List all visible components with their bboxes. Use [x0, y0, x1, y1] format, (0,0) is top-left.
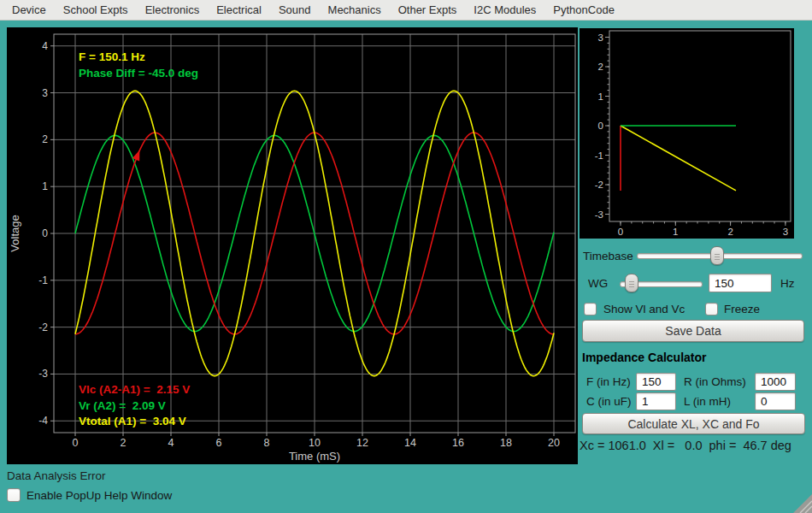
svg-text:12: 12 — [356, 437, 368, 449]
menu-item-electrical[interactable]: Electrical — [208, 0, 270, 20]
svg-text:1: 1 — [42, 180, 48, 192]
menu-item-sound[interactable]: Sound — [270, 0, 320, 20]
svg-text:4: 4 — [42, 40, 48, 52]
freeze-label: Freeze — [724, 303, 760, 315]
menu-item-device[interactable]: Device — [3, 0, 55, 20]
impedance-calculator-title: Impedance Calculator — [582, 351, 707, 364]
svg-text:1: 1 — [673, 227, 678, 237]
svg-text:Time (mS): Time (mS) — [289, 450, 340, 463]
svg-text:2: 2 — [121, 437, 127, 449]
save-data-button[interactable]: Save Data — [582, 320, 804, 342]
timebase-slider-handle[interactable] — [710, 246, 724, 265]
svg-text:Voltage: Voltage — [9, 215, 21, 251]
svg-text:18: 18 — [500, 437, 512, 449]
svg-text:Phase Diff = -45.0 deg: Phase Diff = -45.0 deg — [79, 67, 198, 80]
svg-text:Vlc (A2-A1) = 2.15 V: Vlc (A2-A1) = 2.15 V — [79, 383, 190, 396]
wg-label: WG — [588, 277, 608, 290]
wg-slider-handle[interactable] — [625, 274, 638, 292]
svg-text:4: 4 — [168, 437, 174, 449]
show-vl-vc-checkbox[interactable] — [584, 303, 597, 315]
menu-item-electronics[interactable]: Electronics — [137, 0, 209, 20]
svg-text:6: 6 — [216, 437, 222, 449]
l-in-mh-label: L (in mH) — [684, 395, 731, 408]
impedance-result-text: Xc = 1061.0 Xl = 0.0 phi = 46.7 deg — [580, 439, 791, 452]
c-in-uf-input[interactable] — [636, 392, 676, 410]
svg-text:14: 14 — [404, 437, 416, 449]
svg-text:2: 2 — [727, 227, 733, 237]
wg-frequency-input[interactable] — [709, 274, 772, 292]
menubar: DeviceSchool ExptsElectronicsElectricalS… — [0, 0, 812, 21]
svg-text:Vr (A2) = 2.09 V: Vr (A2) = 2.09 V — [79, 399, 166, 412]
svg-text:-1: -1 — [595, 150, 603, 161]
phasor-plot: 0123-3-2-10123 — [580, 28, 794, 239]
svg-text:10: 10 — [309, 437, 321, 449]
svg-text:0: 0 — [73, 437, 79, 449]
svg-text:-3: -3 — [595, 209, 603, 220]
r-in-ohms-label: R (in Ohms) — [684, 375, 746, 388]
svg-text:2: 2 — [598, 62, 603, 72]
svg-text:8: 8 — [264, 437, 270, 449]
svg-text:Vtotal (A1) = 3.04 V: Vtotal (A1) = 3.04 V — [79, 415, 186, 428]
svg-text:-3: -3 — [38, 368, 48, 380]
enable-popup-help-label: Enable PopUp Help Window — [26, 489, 172, 502]
svg-text:20: 20 — [548, 437, 560, 449]
timebase-label: Timebase — [583, 250, 633, 262]
l-in-mh-input[interactable] — [755, 392, 796, 410]
menu-item-pythoncode[interactable]: PythonCode — [544, 0, 623, 20]
main-oscilloscope-plot: 02468101214161820-4-3-2-101234Time (mS)V… — [7, 27, 578, 464]
svg-text:2: 2 — [42, 133, 48, 145]
svg-text:F = 150.1 Hz: F = 150.1 Hz — [79, 50, 145, 63]
svg-text:-1: -1 — [38, 274, 48, 286]
menu-item-other-expts[interactable]: Other Expts — [390, 0, 466, 20]
enable-popup-help-checkbox[interactable] — [7, 488, 21, 502]
freeze-checkbox[interactable] — [705, 303, 718, 315]
show-vl-vc-label: Show Vl and Vc — [603, 303, 685, 315]
status-message: Data Analysis Error — [7, 469, 106, 482]
svg-text:3: 3 — [783, 227, 788, 237]
svg-text:0: 0 — [598, 121, 603, 131]
c-in-uf-label: C (in uF) — [586, 395, 632, 408]
svg-text:3: 3 — [598, 32, 603, 43]
menu-item-mechanics[interactable]: Mechanics — [320, 0, 390, 20]
f-in-hz-input[interactable] — [636, 373, 676, 391]
menu-item-school-expts[interactable]: School Expts — [55, 0, 137, 20]
svg-text:-4: -4 — [38, 415, 48, 427]
svg-text:-2: -2 — [38, 321, 48, 333]
resize-grip-icon[interactable] — [793, 494, 812, 513]
svg-text:0: 0 — [618, 227, 623, 237]
svg-text:-2: -2 — [595, 180, 603, 190]
wg-unit-label: Hz — [780, 277, 795, 290]
svg-text:1: 1 — [598, 91, 603, 102]
svg-text:16: 16 — [452, 437, 464, 449]
f-in-hz-label: F (in Hz) — [586, 375, 631, 388]
svg-text:0: 0 — [42, 227, 48, 239]
menu-item-i2c-modules[interactable]: I2C Modules — [465, 0, 544, 20]
svg-text:3: 3 — [42, 87, 48, 99]
r-in-ohms-input[interactable] — [755, 373, 796, 391]
calculate-xl-xc-fo-button[interactable]: Calculate XL, XC and Fo — [582, 413, 805, 434]
